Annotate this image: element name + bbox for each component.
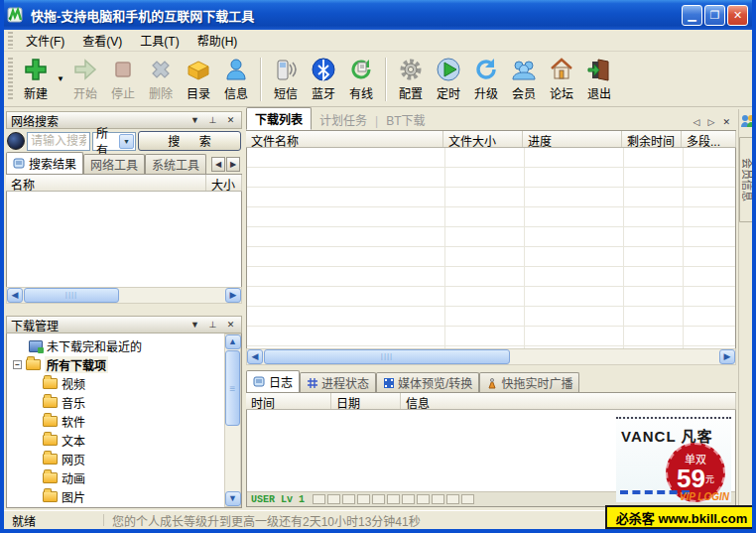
new-task-button[interactable]: 新建	[17, 55, 55, 104]
tab-network-tools[interactable]: 网络工具	[83, 154, 145, 174]
folder-icon	[43, 397, 58, 408]
tree-item-all-downloads[interactable]: − 所有下载项	[13, 355, 224, 374]
app-logo-icon	[6, 5, 26, 25]
column-file-size[interactable]: 文件大小	[443, 131, 523, 147]
maximize-button[interactable]: ❐	[704, 5, 725, 26]
new-task-dropdown-arrow[interactable]: ▼	[55, 55, 66, 104]
column-file-name[interactable]: 文件名称	[246, 131, 443, 147]
menu-gripper[interactable]	[8, 32, 13, 49]
scroll-right-icon[interactable]: ▶	[719, 349, 735, 364]
minimize-button[interactable]: ▁	[682, 5, 702, 26]
close-icon[interactable]: ✕	[722, 117, 730, 127]
tab-bt-download[interactable]: BT下载	[378, 109, 433, 130]
tab-system-tools[interactable]: 系统工具	[145, 154, 206, 174]
ad-banner[interactable]: VANCL 凡客 单双 59元 VIP LOGIN	[616, 417, 731, 502]
tab-scroll-left-icon[interactable]: ◀	[211, 157, 225, 172]
tab-scroll-left-icon[interactable]: ◁	[693, 117, 700, 127]
search-result-columns: 名称 大小	[6, 175, 242, 192]
column-segments[interactable]: 多段...	[682, 131, 736, 147]
tree-vscrollbar[interactable]: ▲ ▼	[224, 333, 241, 507]
column-name[interactable]: 名称	[6, 175, 206, 191]
tree-item-other[interactable]: 其它	[13, 506, 224, 507]
film-icon	[383, 377, 395, 389]
exit-button[interactable]: 退出	[580, 55, 618, 104]
close-icon[interactable]: ✕	[224, 114, 237, 126]
stop-button[interactable]: 停止	[104, 55, 142, 104]
scrollbar-thumb[interactable]	[225, 350, 240, 426]
tree-item-image[interactable]: 图片	[13, 487, 224, 506]
member-info-tab[interactable]: 会员信息	[739, 137, 756, 222]
wired-button[interactable]: 有线	[342, 55, 380, 104]
close-button[interactable]: ✕	[727, 5, 748, 26]
scroll-left-icon[interactable]: ◀	[7, 288, 23, 303]
tab-media-preview[interactable]: 媒体预览/转换	[376, 372, 479, 392]
bluetooth-button[interactable]: 蓝牙	[305, 55, 342, 104]
tab-scroll-right-icon[interactable]: ▶	[226, 157, 240, 172]
scroll-up-icon[interactable]: ▲	[225, 334, 241, 349]
tab-live-broadcast[interactable]: 快拖实时广播	[479, 372, 579, 392]
combo-arrow-icon[interactable]: ▼	[119, 134, 134, 149]
tree-item-software[interactable]: 软件	[13, 412, 224, 431]
chevron-down-icon[interactable]: ▼	[189, 319, 201, 331]
scroll-right-icon[interactable]: ▶	[225, 288, 241, 303]
scrollbar-thumb[interactable]	[264, 349, 510, 364]
column-info[interactable]: 信息	[401, 393, 736, 409]
bkill-promo-badge[interactable]: 必杀客 www.bkill.com	[605, 505, 756, 529]
tree-item-video[interactable]: 视频	[13, 374, 224, 393]
column-progress[interactable]: 进度	[523, 131, 622, 147]
column-size[interactable]: 大小	[206, 175, 242, 191]
menu-view[interactable]: 查看(V)	[73, 30, 131, 51]
upgrade-button[interactable]: 升级	[467, 55, 505, 104]
menu-file[interactable]: 文件(F)	[17, 30, 73, 51]
timer-button[interactable]: 定时	[430, 55, 467, 104]
tree-item-recent[interactable]: 未下载完和最近的	[13, 336, 224, 355]
status-ready: 就绪	[4, 512, 103, 529]
tab-search-results[interactable]: 搜索结果	[6, 152, 83, 174]
pin-icon[interactable]: ⊥	[206, 319, 219, 331]
scroll-icon	[253, 375, 266, 388]
tab-process-status[interactable]: 进程状态	[300, 372, 376, 392]
search-button[interactable]: 搜 索	[138, 131, 241, 151]
list-hscrollbar[interactable]: ◀ ▶	[246, 348, 736, 365]
search-hscrollbar[interactable]: ◀ ▶	[6, 287, 242, 304]
directory-button[interactable]: 目录	[180, 55, 217, 104]
tab-scheduled-tasks[interactable]: 计划任务	[312, 109, 375, 130]
menu-tools[interactable]: 工具(T)	[131, 30, 188, 51]
category-select[interactable]: 所有 ▼	[92, 132, 136, 151]
download-list-body[interactable]	[246, 148, 736, 348]
tab-scroll-right-icon[interactable]: ▷	[708, 117, 715, 127]
column-time[interactable]: 时间	[246, 393, 331, 409]
chevron-down-icon[interactable]: ▼	[189, 114, 201, 126]
title-bar[interactable]: 快拖-支持电脑和手机的互联网下载工具 ▁ ❐ ✕	[0, 0, 756, 30]
member-info-button[interactable]	[739, 109, 756, 133]
tab-download-list[interactable]: 下载列表	[246, 107, 312, 130]
start-button[interactable]: 开始	[66, 55, 104, 104]
menu-help[interactable]: 帮助(H)	[189, 30, 247, 51]
member-button[interactable]: 会员	[505, 55, 543, 104]
toolbar-gripper[interactable]	[8, 58, 13, 101]
sms-button[interactable]: 短信	[267, 55, 305, 104]
forum-button[interactable]: 论坛	[543, 55, 580, 104]
scroll-left-icon[interactable]: ◀	[247, 349, 263, 364]
search-input[interactable]	[27, 132, 90, 151]
config-button[interactable]: 配置	[392, 55, 430, 104]
members-group-icon	[511, 57, 537, 82]
folder-icon	[43, 416, 58, 427]
tab-log[interactable]: 日志	[246, 370, 300, 392]
column-remaining-time[interactable]: 剩余时间	[622, 131, 682, 147]
search-result-list[interactable]	[6, 192, 242, 287]
info-button[interactable]: 信息	[217, 55, 255, 104]
scrollbar-thumb[interactable]	[24, 288, 119, 303]
tree-item-music[interactable]: 音乐	[13, 393, 224, 412]
tree-item-text[interactable]: 文本	[13, 431, 224, 450]
collapse-icon[interactable]: −	[13, 360, 22, 369]
network-search-panel: 网络搜索 ▼ ⊥ ✕ 所有 ▼ 搜 索 搜索结果 网络工具 系统工具	[6, 111, 242, 308]
delete-button[interactable]: 删除	[142, 55, 180, 104]
tree-item-animation[interactable]: 动画	[13, 468, 224, 487]
pin-icon[interactable]: ⊥	[206, 114, 219, 126]
scroll-down-icon[interactable]: ▼	[225, 491, 241, 506]
tree-item-webpage[interactable]: 网页	[13, 450, 224, 468]
close-icon[interactable]: ✕	[224, 319, 237, 331]
vip-login-link[interactable]: VIP LOGIN	[680, 491, 729, 502]
column-date[interactable]: 日期	[331, 393, 401, 409]
